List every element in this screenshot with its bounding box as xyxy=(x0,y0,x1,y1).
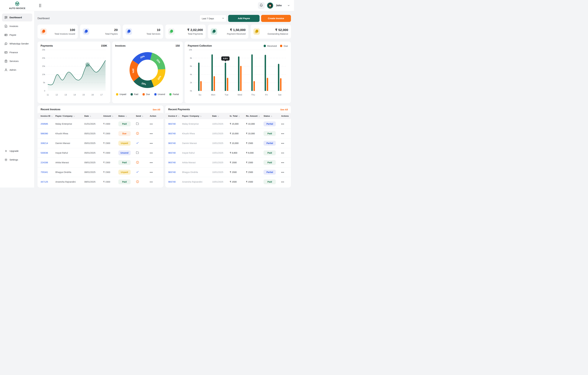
column-header-amount[interactable]: Amount↑↓ xyxy=(102,113,117,119)
legend-item-received[interactable]: Received xyxy=(264,44,277,47)
column-header-payee-company[interactable]: Payee / Company↑↓ xyxy=(180,113,210,119)
amount-cell: ₹ 1500 xyxy=(102,177,117,187)
legend-item-due[interactable]: Due xyxy=(143,93,150,96)
legend-item-due[interactable]: Due xyxy=(280,44,288,47)
sort-icon[interactable]: ↑↓ xyxy=(90,115,91,117)
more-actions-icon[interactable]: ••• xyxy=(281,181,284,183)
payment-collection-title: Payment Collection xyxy=(188,44,212,47)
column-header-invoice-id[interactable]: Invoice ID↑↓ xyxy=(38,113,54,119)
payment-collection-bar-chart[interactable]: 0k2k4k6k8k10kSuMonTueWedThuFriSat6.9 k xyxy=(188,47,287,97)
more-actions-icon[interactable]: ••• xyxy=(281,123,284,125)
stat-card-total-services: 10 Total Services xyxy=(123,24,163,39)
column-header-send[interactable]: Send↑↓ xyxy=(135,113,148,119)
invoice-number-link[interactable]: 983740 xyxy=(168,171,176,173)
sidebar-item-admin[interactable]: Admin xyxy=(2,66,32,74)
create-invoice-button[interactable]: Create Invoice xyxy=(261,15,291,22)
svg-text:25k: 25k xyxy=(42,49,45,51)
sidebar-item-services[interactable]: Services xyxy=(2,57,32,65)
sort-icon[interactable]: ↑↓ xyxy=(112,115,113,117)
more-actions-icon[interactable]: ••• xyxy=(281,161,284,164)
sort-icon[interactable]: ↑↓ xyxy=(74,115,74,117)
sidebar-item-payee[interactable]: Payee xyxy=(2,31,32,39)
sort-icon[interactable]: ↑↓ xyxy=(218,115,219,117)
invoice-row: 447125 Anwesha Rajnandini 08/01/2025 ₹ 1… xyxy=(38,177,163,187)
add-payee-button[interactable]: Add Payee xyxy=(228,15,260,22)
invoice-id-link[interactable]: 338214 xyxy=(41,142,48,144)
more-actions-icon[interactable]: ••• xyxy=(150,142,153,144)
sidebar-item-finance[interactable]: Finance xyxy=(2,48,32,56)
alert-icon[interactable] xyxy=(136,180,139,183)
invoice-id-link[interactable]: 530036 xyxy=(41,152,48,154)
more-actions-icon[interactable]: ••• xyxy=(150,161,153,164)
legend-item-unpaid[interactable]: Unpaid xyxy=(116,93,126,96)
folder-icon[interactable] xyxy=(136,122,139,125)
recent-payments-see-all-link[interactable]: See All xyxy=(280,108,288,111)
more-actions-icon[interactable]: ••• xyxy=(281,152,284,154)
invoice-id-link[interactable]: 224336 xyxy=(41,161,48,164)
more-actions-icon[interactable]: ••• xyxy=(281,142,284,144)
folder-icon[interactable] xyxy=(136,151,139,154)
notifications-button[interactable] xyxy=(258,2,265,9)
column-header-payee-company[interactable]: Payee / Company↑↓ xyxy=(54,113,83,119)
payee-cell: Arkita Manasi xyxy=(54,158,83,167)
sort-icon[interactable]: ↑↓ xyxy=(142,115,143,117)
column-header-date[interactable]: Date↑↓ xyxy=(211,113,228,119)
recent-invoices-see-all-link[interactable]: See All xyxy=(153,108,160,111)
sort-icon[interactable]: ↑↓ xyxy=(238,115,240,117)
invoice-id-link[interactable]: 755341 xyxy=(41,171,48,173)
column-header-re-amount[interactable]: Re. Amount↑↓ xyxy=(244,113,262,119)
invoice-number-link[interactable]: 983740 xyxy=(168,152,176,154)
more-actions-icon[interactable]: ••• xyxy=(150,152,153,154)
alert-icon[interactable] xyxy=(136,161,139,164)
more-actions-icon[interactable]: ••• xyxy=(281,171,284,174)
user-avatar[interactable] xyxy=(267,2,273,9)
column-header-status[interactable]: Status↑↓ xyxy=(117,113,135,119)
legend-item-paid[interactable]: Paid xyxy=(131,93,138,96)
sort-icon[interactable]: ↑↓ xyxy=(126,115,127,117)
sidebar-item-label: WhatsApp Sender xyxy=(10,42,29,45)
sort-icon[interactable]: ↑↓ xyxy=(178,115,179,117)
invoice-id-link[interactable]: 588390 xyxy=(41,132,48,135)
legend-item-unsend[interactable]: Unsend xyxy=(154,93,165,96)
more-actions-icon[interactable]: ••• xyxy=(150,132,153,135)
sidebar-item-whatsapp-sender[interactable]: WhatsApp Sender xyxy=(2,40,32,48)
status-badge: Unpaid xyxy=(118,141,131,146)
sidebar-item-upgrade[interactable]: Upgrade xyxy=(2,147,32,155)
sidebar-item-dashboard[interactable]: Dashboard xyxy=(2,13,32,22)
invoice-number-link[interactable]: 983740 xyxy=(168,142,176,144)
status-cell: Partial xyxy=(262,119,280,129)
more-actions-icon[interactable]: ••• xyxy=(150,181,153,183)
more-actions-icon[interactable]: ••• xyxy=(150,123,153,125)
alert-icon[interactable] xyxy=(136,132,139,135)
invoice-total-cell: ₹ 10,000 xyxy=(228,138,244,148)
sort-icon[interactable]: ↑↓ xyxy=(259,115,260,117)
sidebar-item-invoices[interactable]: Invoices xyxy=(2,22,32,30)
user-menu-chevron-down-icon[interactable] xyxy=(287,4,290,7)
more-actions-icon[interactable]: ••• xyxy=(150,171,153,174)
sort-icon[interactable]: ↑↓ xyxy=(200,115,201,117)
column-header-status[interactable]: Status↑↓ xyxy=(262,113,280,119)
check-icon[interactable] xyxy=(136,170,139,173)
invoice-row: 338214 Damini Manasi 05/01/2025 ₹ 1500 U… xyxy=(38,138,163,148)
legend-item-partial[interactable]: Partial xyxy=(169,93,179,96)
invoice-number-link[interactable]: 983740 xyxy=(168,161,176,164)
column-header-invoice-#[interactable]: Invoice #↑↓ xyxy=(165,113,181,119)
invoice-number-link[interactable]: 983740 xyxy=(168,181,176,183)
invoice-id-link[interactable]: 447125 xyxy=(41,181,48,183)
check-icon[interactable] xyxy=(136,142,139,144)
invoice-number-link[interactable]: 983740 xyxy=(168,132,176,135)
column-header-in-total[interactable]: In. Total↑↓ xyxy=(228,113,244,119)
sidebar-item-label: Payee xyxy=(10,33,16,36)
more-actions-icon[interactable]: ••• xyxy=(281,132,284,135)
sort-icon[interactable]: ↑↓ xyxy=(271,115,272,117)
invoice-id-link[interactable]: 259585 xyxy=(41,123,48,125)
invoices-donut-chart[interactable]: 20%20%20%20%20% xyxy=(115,47,180,93)
sidebar-item-settings[interactable]: Settings xyxy=(2,156,32,164)
date-range-select[interactable]: Last 7 Days xyxy=(200,15,227,22)
date-cell: 05/01/2025 xyxy=(83,138,102,148)
column-header-date[interactable]: Date↑↓ xyxy=(83,113,102,119)
app-grid-icon[interactable] xyxy=(38,3,43,8)
invoice-number-link[interactable]: 983740 xyxy=(168,123,176,125)
payments-area-chart[interactable]: 05k10k15k20k25k11121314151617 xyxy=(41,47,107,97)
sort-icon[interactable]: ↑↓ xyxy=(51,115,52,117)
